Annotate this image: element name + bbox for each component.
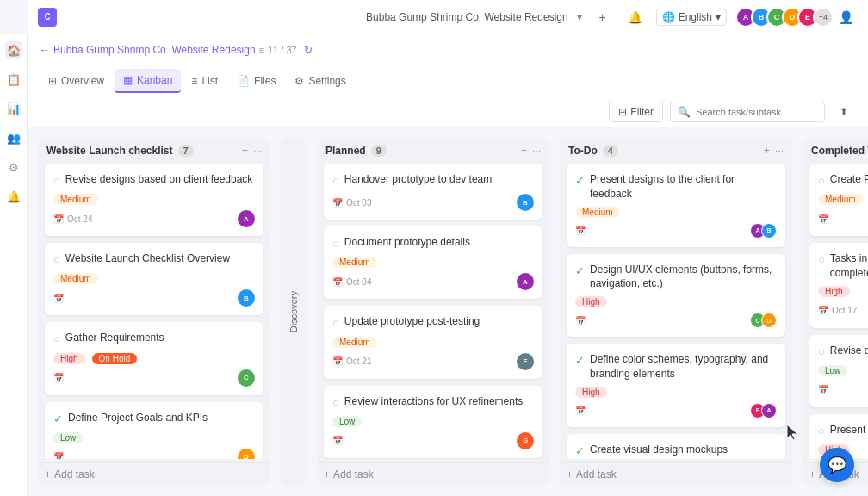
tab-kanban[interactable]: ▦ Kanban [115,69,181,93]
card-footer-tasks-completed: 📅 Oct 17 F [818,302,868,319]
badge-medium: Medium [332,337,377,348]
check-pending-icon: ○ [332,236,339,251]
sidebar-tasks-icon[interactable]: 📋 [5,71,22,88]
check-pending-icon: ○ [818,252,825,268]
col-body-completed: ○ Create Project Plan Medium 📅 A ○ Tasks… [803,164,868,459]
card-avatar-update-proto: F [517,353,534,370]
team-avatars: A B C D E +4 👤 [735,5,858,29]
card-text-handover: Handover prototype to dev team [344,172,492,187]
filter-button[interactable]: ⊟ Filter [609,102,663,122]
column-completed: Completed Tasks 4 + − ○ Create Project P… [803,138,868,486]
card-create-project-plan[interactable]: ○ Create Project Plan Medium 📅 A [809,164,868,236]
col-actions-website-launch[interactable]: + ··· [242,145,262,157]
settings-icon: ⚙ [294,75,304,87]
task-count-icon: ≡ [259,45,264,55]
card-footer-present: 📅 A B [575,223,777,239]
card-avatar-handover: B [517,194,534,211]
badge-medium: Medium [332,257,377,268]
tab-files-label: Files [254,75,276,87]
card-present-client[interactable]: ✓ Present designs to the client for feed… [567,164,785,247]
chat-icon: 💬 [828,456,846,474]
tab-files[interactable]: 📄 Files [228,70,284,92]
sidebar-analytics-icon[interactable]: 📊 [5,100,22,117]
add-col-icon[interactable]: + [242,145,248,157]
export-button[interactable]: ⬆ [832,100,856,124]
sidebar-bell-icon[interactable]: 🔔 [5,188,22,205]
notification-bell-icon[interactable]: 🔔 [623,5,648,29]
files-icon: 📄 [237,75,250,87]
card-text-update-proto: Update prototype post-testing [344,314,480,329]
tab-overview[interactable]: ⊞ Overview [40,70,113,92]
col-header-todo: To-Do 4 + ··· [560,138,792,164]
loading-icon: ↻ [304,44,313,56]
column-discovery[interactable]: Discovery [281,138,307,486]
language-selector[interactable]: 🌐 English ▾ [656,9,727,26]
more-col-icon[interactable]: ··· [253,145,262,157]
card-color-schemes[interactable]: ✓ Define color schemes, typography, and … [567,344,785,427]
card-date-handover: 📅 Oct 03 [332,198,371,208]
col-title-todo: To-Do 4 [568,145,618,157]
badge-row-tasks-completed: High [818,286,868,297]
card-text-revise: Revise designs based on client feedback [65,172,252,187]
add-todo-icon[interactable]: + [764,145,770,157]
add-planned-icon[interactable]: + [521,145,527,157]
calendar-icon: 📅 [575,226,586,235]
card-tasks-completed[interactable]: ○ Tasks in to-do that have been thorough… [809,243,868,328]
card-title-revise-completed: ○ Revise designs based on client feedbac… [818,344,868,360]
card-visual-mockups[interactable]: ✓ Create visual design mockups Low 📅 D [567,434,785,459]
tab-list[interactable]: ≡ List [183,70,226,92]
sidebar-home-icon[interactable]: 🏠 [5,41,22,59]
card-handover[interactable]: ○ Handover prototype to dev team 📅 Oct 0… [324,164,542,220]
badge-row-color-schemes: High [575,387,777,398]
card-update-proto[interactable]: ○ Update prototype post-testing Medium 📅… [324,306,542,378]
sidebar-team-icon[interactable]: 👥 [5,129,22,146]
card-review-ux[interactable]: ○ Review interactions for UX refinements… [324,386,542,458]
card-define-goals[interactable]: ✓ Define Project Goals and KPIs Low 📅 D [45,402,264,459]
card-revise-designs[interactable]: ○ Revise designs based on client feedbac… [45,164,264,236]
check-pending-icon: ○ [53,252,60,268]
col-count-planned: 9 [371,145,387,157]
col-title-website-launch: Website Launch checklist 7 [46,145,194,157]
search-box[interactable]: 🔍 [670,102,825,122]
sidebar-settings-icon[interactable]: ⚙ [5,158,22,176]
date-text-revise: Oct 24 [67,214,92,224]
col-actions-planned[interactable]: + ··· [521,145,541,157]
todo-label: To-Do [568,145,598,157]
add-task-label: Add task [333,468,374,480]
filter-icon: ⊟ [618,106,627,118]
card-launch-checklist[interactable]: ○ Website Launch Checklist Overview Medi… [45,243,264,315]
back-arrow-icon[interactable]: ← [40,44,50,56]
more-todo-icon[interactable]: ··· [775,145,784,157]
more-planned-icon[interactable]: ··· [532,145,541,157]
card-text-tasks-completed: Tasks in to-do that have been thoroughly… [830,251,868,281]
tab-settings[interactable]: ⚙ Settings [286,70,354,92]
card-footer-launch: 📅 B [53,289,255,307]
card-design-ui-todo[interactable]: ✓ Design UI/UX elements (buttons, forms,… [567,254,785,338]
search-input[interactable] [696,107,816,117]
card-title-goals: ✓ Define Project Goals and KPIs [53,411,255,427]
card-date-tasks-completed: 📅 Oct 17 [818,306,857,315]
add-task-website-launch[interactable]: + Add task [38,462,270,486]
badge-low: Low [332,416,362,427]
add-task-todo[interactable]: + Add task [560,462,792,486]
card-document[interactable]: ○ Document prototype details Medium 📅 Oc… [324,226,542,299]
left-sidebar: 🏠 📋 📊 👥 ⚙ 🔔 [0,34,28,496]
overview-icon: ⊞ [48,75,57,87]
card-title-handover: ○ Handover prototype to dev team [332,172,534,189]
col-actions-todo[interactable]: + ··· [764,145,784,157]
card-gather-requirements[interactable]: ○ Gather Requirements High On Hold 📅 C [45,322,264,394]
card-title-document: ○ Document prototype details [332,235,534,251]
check-pending-icon: ○ [818,344,825,360]
calendar-icon: 📅 [53,452,64,459]
card-revise-completed[interactable]: ○ Revise designs based on client feedbac… [809,335,868,407]
avatar-small: B [761,223,777,239]
add-button[interactable]: + [591,5,615,29]
chat-bubble-button[interactable]: 💬 [820,448,854,482]
chevron-down-icon[interactable]: ▾ [577,11,582,23]
add-task-planned[interactable]: + Add task [317,462,549,486]
card-date-design-ui-todo: 📅 [575,316,586,326]
add-member-button[interactable]: 👤 [834,5,858,29]
card-avatar-goals: D [238,449,255,459]
app-logo: C [38,8,57,27]
completed-label: Completed Tasks [811,145,868,157]
